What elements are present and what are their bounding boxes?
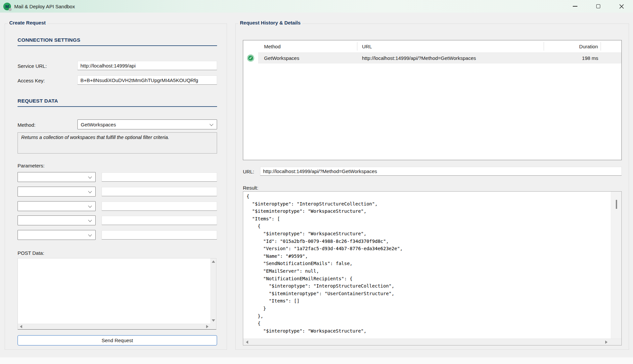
scroll-down-icon[interactable] [212, 319, 215, 322]
row-filler-cell [601, 52, 621, 64]
spacer-column-header [601, 42, 621, 51]
request-url-input[interactable] [260, 167, 622, 176]
title-bar: M Mail & Deploy API Sandbox [0, 0, 633, 13]
close-button[interactable] [610, 0, 633, 13]
parameter-1-select[interactable] [18, 172, 96, 182]
chevron-down-icon [209, 122, 213, 126]
method-cell: GetWorkspaces [258, 52, 357, 64]
chevron-down-icon [88, 233, 92, 236]
url-column-header[interactable]: URL [357, 42, 544, 51]
scroll-right-icon[interactable] [605, 341, 608, 344]
parameter-3-select[interactable] [18, 201, 96, 211]
scrollbar-corner [210, 324, 216, 329]
scroll-right-icon[interactable] [206, 325, 208, 328]
create-request-legend: Create Request [8, 20, 47, 25]
success-check-icon: ✓ [248, 55, 254, 61]
url-label: URL: [243, 169, 254, 174]
parameter-2-select[interactable] [18, 187, 96, 197]
request-history-legend: Request History & Details [238, 20, 302, 25]
scroll-up-icon[interactable] [212, 260, 215, 263]
method-select[interactable]: GetWorkspaces [77, 119, 217, 129]
scroll-left-icon[interactable] [246, 341, 248, 344]
result-horizontal-scrollbar[interactable] [243, 339, 621, 345]
chevron-down-icon [88, 175, 92, 178]
parameters-label: Parameters: [18, 163, 45, 168]
url-cell: http://localhost:14999/api/?Method=GetWo… [357, 52, 544, 64]
gear-icon [9, 8, 12, 11]
connection-settings-heading: CONNECTION SETTINGS [18, 37, 217, 46]
maximize-icon [596, 4, 600, 8]
result-json-content: { "$interoptype": "InteropStructureColle… [247, 193, 610, 338]
parameter-3-value-input[interactable] [102, 202, 217, 211]
result-vertical-scrollbar[interactable] [611, 192, 621, 339]
window-title: Mail & Deploy API Sandbox [14, 4, 75, 9]
chevron-down-icon [88, 189, 92, 193]
minimize-button[interactable] [564, 0, 587, 13]
post-data-vertical-scrollbar[interactable] [210, 258, 216, 324]
request-history-table: Method URL Duration ✓ GetWorkspaces http… [243, 40, 622, 160]
table-row[interactable]: ✓ GetWorkspaces http://localhost:14999/a… [243, 52, 621, 64]
close-icon [619, 4, 624, 9]
result-label: Result: [243, 185, 258, 191]
post-data-horizontal-scrollbar[interactable] [18, 324, 210, 329]
access-key-label: Access Key: [18, 78, 45, 83]
method-column-header[interactable]: Method [258, 42, 357, 51]
request-history-group: Request History & Details Method URL Dur… [235, 23, 629, 350]
parameter-2-value-input[interactable] [102, 187, 217, 196]
scroll-left-icon[interactable] [20, 325, 22, 328]
app-logo-icon: M [3, 3, 11, 10]
chevron-down-icon [88, 204, 92, 207]
window-bottom-strip [0, 357, 633, 364]
method-selected-value: GetWorkspaces [81, 122, 116, 127]
duration-cell: 198 ms [544, 52, 601, 64]
parameter-4-value-input[interactable] [102, 216, 217, 225]
post-data-label: POST Data: [18, 250, 44, 256]
window-controls [564, 0, 633, 13]
request-data-heading: REQUEST DATA [18, 98, 217, 107]
result-textarea[interactable]: { "$interoptype": "InteropStructureColle… [243, 191, 622, 345]
table-header-row: Method URL Duration [243, 40, 621, 52]
parameter-5-value-input[interactable] [102, 230, 217, 240]
method-label: Method: [18, 122, 35, 128]
chevron-down-icon [88, 218, 92, 222]
access-key-input[interactable] [77, 75, 217, 85]
parameter-1-value-input[interactable] [102, 172, 217, 182]
status-cell: ✓ [243, 52, 258, 64]
duration-column-header[interactable]: Duration [544, 42, 601, 51]
post-data-textarea[interactable] [18, 258, 216, 330]
service-url-label: Service URL: [18, 63, 47, 69]
service-url-input[interactable] [77, 61, 217, 70]
status-column-header [243, 42, 258, 51]
vertical-scrollbar-thumb[interactable] [616, 200, 617, 209]
maximize-button[interactable] [587, 0, 610, 13]
parameter-4-select[interactable] [18, 215, 96, 225]
send-request-button[interactable]: Send Request [18, 335, 217, 345]
create-request-group: Create Request CONNECTION SETTINGS Servi… [5, 23, 227, 350]
method-description: Returns a collection of workspaces that … [18, 132, 217, 154]
minimize-icon [573, 6, 577, 7]
parameter-5-select[interactable] [18, 230, 96, 240]
